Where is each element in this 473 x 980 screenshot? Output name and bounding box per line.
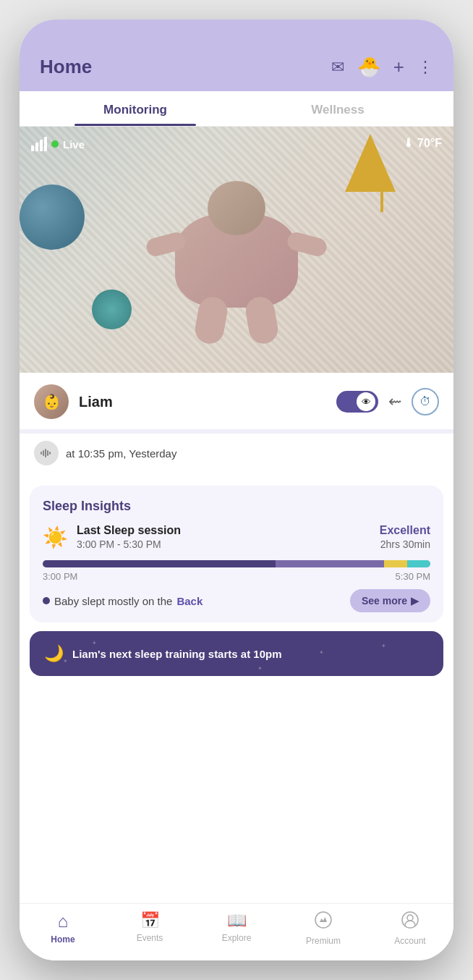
- temperature-value: 70°F: [417, 137, 442, 150]
- baby-info-row: 👶 Liam 👁 ⇜ ⏱: [20, 373, 453, 434]
- page-title: Home: [40, 56, 92, 78]
- yellow-decoration: [345, 134, 396, 192]
- teal-segment: [407, 560, 430, 567]
- position-text: Baby slept mostly on the Back: [43, 595, 203, 607]
- light-sleep-segment: [276, 560, 384, 567]
- end-time-label: 5:30 PM: [396, 571, 430, 582]
- home-icon: ⌂: [58, 911, 69, 932]
- moon-icon: 🌙: [44, 644, 64, 663]
- deep-sleep-segment: [43, 560, 276, 567]
- nav-label-explore: Explore: [222, 933, 252, 943]
- baby-face-icon[interactable]: 🐣: [357, 56, 380, 78]
- sleep-insights-card: Sleep Insights ☀️ Last Sleep session 3:0…: [30, 486, 443, 622]
- baby-avatar: 👶: [34, 384, 69, 419]
- progress-track: [43, 560, 430, 567]
- tab-monitoring[interactable]: Monitoring: [34, 91, 236, 126]
- session-info: Last Sleep session 3:00 PM - 5:30 PM: [77, 524, 371, 550]
- camera-feed[interactable]: Live 🌡 70°F: [20, 127, 453, 373]
- eye-icon: 👁: [357, 392, 375, 411]
- nav-label-home: Home: [51, 934, 74, 945]
- banner-text: Liam's next sleep training starts at 10p…: [72, 648, 282, 660]
- quality-label: Excellent: [380, 524, 430, 537]
- tab-bar: Monitoring Wellness: [20, 91, 453, 127]
- mail-icon[interactable]: ✉: [331, 58, 344, 77]
- position-label: Baby slept mostly on the: [54, 595, 172, 607]
- svg-rect-0: [41, 452, 42, 455]
- sound-row: at 10:35 pm, Yesterday: [20, 434, 453, 476]
- position-back: Back: [176, 595, 203, 607]
- sound-wave-icon: [34, 441, 59, 465]
- premium-icon: [315, 911, 332, 933]
- tab-wellness[interactable]: Wellness: [236, 91, 439, 126]
- share-icon[interactable]: ⇜: [388, 392, 401, 411]
- nav-label-premium: Premium: [306, 936, 341, 946]
- sleep-position-row: Baby slept mostly on the Back See more ▶: [43, 589, 430, 612]
- nav-item-events[interactable]: 📅 Events: [106, 911, 193, 946]
- svg-rect-1: [43, 450, 44, 456]
- svg-point-7: [407, 915, 413, 921]
- sun-icon: ☀️: [43, 525, 68, 549]
- progress-labels: 3:00 PM 5:30 PM: [43, 571, 430, 582]
- sleep-insights-title: Sleep Insights: [43, 499, 430, 514]
- baby-figure: [175, 214, 298, 308]
- baby-name: Liam: [79, 394, 326, 410]
- svg-point-5: [315, 912, 331, 928]
- nav-label-account: Account: [394, 936, 425, 946]
- quality-duration: 2hrs 30min: [380, 538, 430, 550]
- sleep-training-banner[interactable]: ✦ ✦ ✦ ✦ ✦ ✦ 🌙 Liam's next sleep training…: [30, 631, 443, 676]
- nav-item-explore[interactable]: 📖 Explore: [193, 911, 280, 946]
- svg-rect-3: [47, 450, 48, 456]
- bottom-nav: ⌂ Home 📅 Events 📖 Explore Premium: [20, 903, 453, 960]
- session-title: Last Sleep session: [77, 524, 371, 537]
- main-content: 👶 Liam 👁 ⇜ ⏱ at 10:35 pm, Yesterday: [20, 373, 453, 960]
- temperature-badge: 🌡 70°F: [403, 137, 442, 150]
- more-icon[interactable]: ⋮: [417, 58, 433, 77]
- live-text: Live: [63, 138, 85, 151]
- add-icon[interactable]: +: [393, 56, 404, 78]
- nav-item-account[interactable]: Account: [367, 911, 453, 946]
- live-dot: [51, 140, 59, 148]
- nav-item-premium[interactable]: Premium: [280, 911, 367, 946]
- session-row: ☀️ Last Sleep session 3:00 PM - 5:30 PM …: [43, 524, 430, 550]
- nav-item-home[interactable]: ⌂ Home: [20, 911, 106, 946]
- svg-rect-2: [45, 449, 46, 457]
- explore-icon: 📖: [227, 911, 247, 930]
- teal-pom-decoration: [92, 290, 132, 329]
- yellow-segment: [384, 560, 407, 567]
- start-time-label: 3:00 PM: [43, 571, 77, 582]
- live-badge: Live: [31, 137, 85, 151]
- session-quality: Excellent 2hrs 30min: [380, 524, 430, 550]
- events-icon: 📅: [140, 911, 160, 930]
- account-icon: [401, 911, 419, 933]
- position-dot: [43, 597, 50, 604]
- yellow-tassel: [380, 190, 383, 212]
- header-actions: ✉ 🐣 + ⋮: [331, 56, 433, 78]
- schedule-icon[interactable]: ⏱: [412, 388, 439, 415]
- chevron-right-icon: ▶: [411, 595, 419, 607]
- signal-icon: [31, 137, 47, 151]
- sleep-progress-bar: 3:00 PM 5:30 PM: [43, 560, 430, 582]
- thermometer-icon: 🌡: [403, 137, 414, 150]
- nav-label-events: Events: [137, 933, 163, 943]
- see-more-button[interactable]: See more ▶: [350, 589, 430, 612]
- session-time: 3:00 PM - 5:30 PM: [77, 538, 371, 550]
- app-header: Home ✉ 🐣 + ⋮: [20, 20, 453, 91]
- eye-toggle[interactable]: 👁: [336, 391, 378, 413]
- blue-ball-decoration: [20, 185, 85, 250]
- sound-timestamp: at 10:35 pm, Yesterday: [66, 447, 176, 460]
- svg-rect-4: [49, 452, 51, 455]
